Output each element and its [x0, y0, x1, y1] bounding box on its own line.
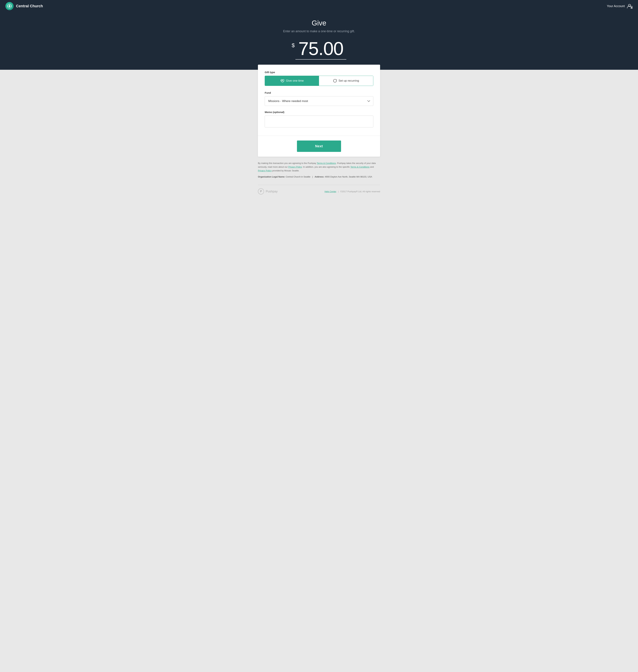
header-brand: Central Church — [5, 2, 43, 10]
header: Central Church Your Account — [0, 0, 638, 12]
terms-link-2[interactable]: Terms & Conditions — [350, 166, 370, 168]
amount-value[interactable]: 75.00 — [296, 39, 346, 60]
legal-org: Organization Legal Name: Central Church … — [258, 175, 380, 179]
memo-input[interactable] — [265, 116, 373, 128]
help-center-link[interactable]: Help Center — [324, 190, 336, 193]
give-one-time-icon — [280, 79, 284, 83]
pushpay-brand: P Pushpay — [258, 188, 278, 195]
next-button[interactable]: Next — [297, 140, 341, 152]
gift-type-label: Gift type — [265, 71, 373, 74]
pushpay-logo-letter: P — [260, 190, 262, 193]
set-up-recurring-label: Set up recurring — [338, 79, 359, 83]
legal-text-part4: and — [370, 166, 374, 168]
svg-point-9 — [632, 6, 632, 7]
hero-subtitle: Enter an amount to make a one-time or re… — [3, 30, 635, 33]
set-up-recurring-button[interactable]: Set up recurring — [319, 76, 373, 86]
memo-section: Memo (optional) — [265, 111, 373, 128]
give-one-time-label: Give one time — [286, 79, 304, 83]
page-title: Give — [3, 19, 635, 27]
address-value: 4900 Dayton Ave North, Seattle WA 98103,… — [325, 175, 372, 178]
address-label: Address: — [315, 175, 324, 178]
legal-text-part3: . In addition, you are also agreeing to … — [302, 166, 350, 168]
fund-label: Fund — [265, 91, 373, 94]
fund-select[interactable]: Missions - Where needed most General Fun… — [265, 96, 373, 106]
legal-text-part1: By making this transaction you are agree… — [258, 162, 317, 165]
user-account-icon — [626, 3, 633, 9]
legal-divider — [258, 185, 380, 185]
terms-link-1[interactable]: Terms & Conditions — [317, 162, 336, 165]
pushpay-links: Help Center | ©2017 Pushpay® Ltd, All ri… — [324, 190, 380, 193]
give-card: Gift type Give one time — [258, 65, 380, 157]
copyright-text: ©2017 Pushpay® Ltd, All rights reserved — [340, 190, 380, 193]
privacy-link-2[interactable]: Privacy Policy — [258, 169, 272, 172]
pushpay-footer: P Pushpay Help Center | ©2017 Pushpay® L… — [258, 188, 380, 201]
privacy-link-1[interactable]: Privacy Policy — [288, 166, 302, 168]
fund-section: Fund Missions - Where needed most Genera… — [265, 91, 373, 106]
svg-rect-8 — [631, 7, 632, 8]
card-body: Gift type Give one time — [258, 65, 380, 136]
main-content: Gift type Give one time — [0, 70, 638, 208]
header-logo-icon — [5, 2, 14, 10]
pushpay-logo-icon: P — [258, 188, 264, 195]
amount-display: $ 75.00 — [3, 39, 635, 60]
legal-text-part5: provided by Mosaic Seattle. — [272, 169, 299, 172]
legal-text: By making this transaction you are agree… — [258, 162, 380, 172]
org-name-value: Central Church in Seattle — [286, 175, 310, 178]
gift-type-section: Gift type Give one time — [265, 71, 373, 86]
account-label: Your Account — [607, 4, 625, 8]
legal-section: By making this transaction you are agree… — [258, 157, 380, 181]
give-one-time-button[interactable]: Give one time — [265, 76, 319, 86]
recurring-icon — [333, 79, 337, 83]
footer-separator: | — [338, 190, 338, 193]
pushpay-name: Pushpay — [266, 190, 278, 193]
org-name-label: Organization Legal Name: — [258, 175, 285, 178]
svg-point-1 — [9, 5, 10, 7]
gift-type-toggle: Give one time Set up recurring — [265, 76, 373, 86]
memo-label: Memo (optional) — [265, 111, 373, 114]
account-button[interactable]: Your Account — [607, 3, 633, 9]
card-footer: Next — [258, 136, 380, 157]
org-name: Central Church — [16, 4, 43, 8]
amount-symbol: $ — [292, 42, 295, 49]
hero-section: Give Enter an amount to make a one-time … — [0, 12, 638, 70]
